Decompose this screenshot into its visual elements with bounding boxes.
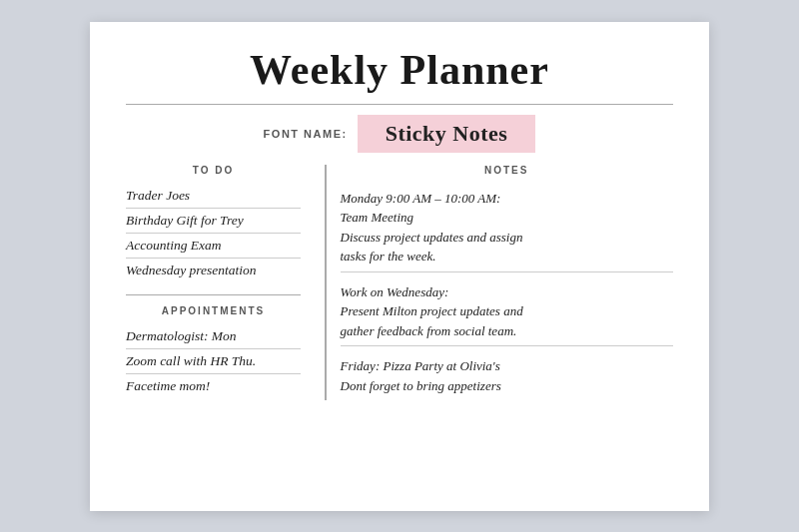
note-line: Dont forget to bring appetizers — [341, 378, 501, 393]
note-block-1: Monday 9:00 AM – 10:00 AM: Team Meeting … — [341, 184, 674, 272]
font-name-row: FONT NAME: Sticky Notes — [126, 115, 673, 153]
note-line: Friday: Pizza Party at Olivia's — [341, 358, 500, 373]
content-row: TO DO Trader Joes Birthday Gift for Trey… — [126, 165, 673, 401]
list-item: Accounting Exam — [126, 234, 301, 259]
list-item: Dermatologist: Mon — [126, 324, 301, 349]
note-block-3: Friday: Pizza Party at Olivia's Dont for… — [341, 346, 674, 400]
list-item: Wednesday presentation — [126, 259, 301, 282]
list-item: Facetime mom! — [126, 374, 301, 398]
todo-header: TO DO — [126, 165, 301, 176]
todo-list: Trader Joes Birthday Gift for Trey Accou… — [126, 184, 301, 282]
list-item: Trader Joes — [126, 184, 301, 209]
list-item: Birthday Gift for Trey — [126, 209, 301, 234]
font-name-badge: Sticky Notes — [358, 115, 536, 153]
appointments-list: Dermatologist: Mon Zoom call with HR Thu… — [126, 324, 301, 398]
main-title: Weekly Planner — [126, 46, 673, 94]
notes-header: NOTES — [341, 165, 674, 176]
note-line: Work on Wednesday: — [341, 284, 449, 299]
title-section: Weekly Planner — [126, 46, 673, 94]
appointments-header: APPOINTMENTS — [126, 305, 301, 316]
font-name-label: FONT NAME: — [264, 128, 348, 140]
note-line: tasks for the week. — [341, 249, 436, 264]
note-line: Discuss project updates and assign — [341, 230, 523, 245]
note-line: gather feedback from social team. — [341, 323, 517, 338]
title-divider — [126, 104, 673, 105]
vertical-divider — [325, 165, 327, 401]
right-column: NOTES Monday 9:00 AM – 10:00 AM: Team Me… — [341, 165, 674, 401]
planner-card: Weekly Planner FONT NAME: Sticky Notes T… — [90, 22, 709, 511]
note-line: Team Meeting — [341, 210, 414, 225]
left-column: TO DO Trader Joes Birthday Gift for Trey… — [126, 165, 311, 401]
note-line: Monday 9:00 AM – 10:00 AM: — [341, 191, 501, 206]
section-divider — [126, 294, 301, 295]
note-block-2: Work on Wednesday: Present Milton projec… — [341, 272, 674, 347]
list-item: Zoom call with HR Thu. — [126, 349, 301, 374]
note-line: Present Milton project updates and — [341, 303, 523, 318]
